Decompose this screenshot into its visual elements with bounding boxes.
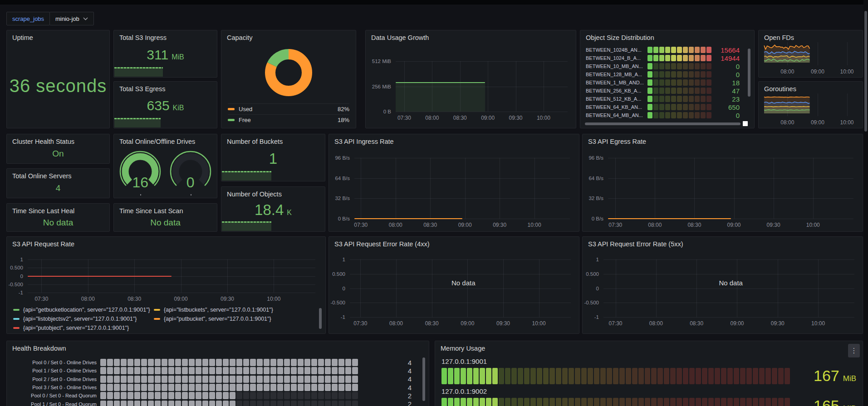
led-cell xyxy=(332,359,338,366)
led-cell xyxy=(706,112,711,118)
panel-title[interactable]: S3 API Egress Rate xyxy=(583,134,863,145)
led-cell xyxy=(182,367,188,374)
error-5xx-chart: 10.5000-0.500-107:3008:0008:3009:0009:30… xyxy=(587,250,857,331)
led-cell xyxy=(284,384,290,391)
page-scrollbar-track[interactable] xyxy=(863,0,868,406)
led-cell xyxy=(665,47,670,53)
object-size-scroll-handle[interactable] xyxy=(743,121,748,126)
health-breakdown-scrollbar[interactable] xyxy=(422,357,425,401)
table-row: BETWEEN_10_MB_AN...0 xyxy=(580,62,754,70)
chart-gridline-v xyxy=(655,158,655,219)
led-cell xyxy=(647,63,652,69)
panel-object-size-distribution: Object Size Distribution BETWEEN_1024B_A… xyxy=(580,30,755,128)
led-cell xyxy=(626,368,631,384)
row-value: 4 xyxy=(359,375,423,383)
led-cell xyxy=(659,112,664,118)
led-cell xyxy=(223,392,229,399)
led-cell xyxy=(155,384,161,391)
legend-item[interactable]: {api="listobjectsv2", server="127.0.0.1:… xyxy=(13,314,154,323)
led-cell xyxy=(677,88,682,94)
led-cell xyxy=(162,376,167,383)
gauge-tick xyxy=(191,194,191,196)
axis-x-label: 09:30 xyxy=(493,222,506,228)
legend-item[interactable]: {api="getbucketlocation", server="127.0.… xyxy=(13,305,154,314)
panel-title[interactable]: Time Since Last Heal xyxy=(7,204,109,215)
led-cell xyxy=(148,367,154,374)
panel-title[interactable]: Memory Usage xyxy=(435,341,863,352)
legend-scrollbar[interactable] xyxy=(319,308,322,329)
led-cell xyxy=(243,384,249,391)
led-cell xyxy=(543,368,549,384)
led-cell xyxy=(338,359,344,366)
health-breakdown-rows: Pool 0 / Set 0 - Online Drives4Pool 1 / … xyxy=(7,358,429,406)
panel-title[interactable]: Number of Objects xyxy=(221,187,325,198)
panel-title[interactable]: Total Online Servers xyxy=(7,169,109,180)
led-cell xyxy=(304,392,310,399)
led-cell xyxy=(270,392,276,399)
panel-title[interactable]: Goroutines xyxy=(759,82,863,93)
panel-title[interactable]: Total S3 Ingress xyxy=(114,30,217,41)
panel-cluster-health-status: Cluster Health Status On xyxy=(6,134,110,164)
panel-title[interactable]: Open FDs xyxy=(759,30,863,41)
led-cell xyxy=(338,367,344,374)
led-cell xyxy=(626,398,631,406)
panel-title[interactable]: Total S3 Egress xyxy=(114,82,217,93)
row-label: Pool 0 / Set 0 - Online Drives xyxy=(12,360,100,365)
axis-x-label: 10:00 xyxy=(528,222,541,228)
row-value: 14944 xyxy=(715,54,749,62)
object-size-horizontal-scrollbar[interactable] xyxy=(585,122,740,125)
led-cell xyxy=(325,367,331,374)
axis-y-label: 0 xyxy=(596,286,603,291)
legend-item[interactable]: {api="putobject", server="127.0.0.1:9001… xyxy=(13,323,154,332)
gauge-offline: 0 xyxy=(167,150,214,196)
panel-title[interactable]: Object Size Distribution xyxy=(580,30,754,41)
variable-label-scrape-jobs[interactable]: scrape_jobs xyxy=(6,12,50,25)
panel-title[interactable]: S3 API Request Rate xyxy=(7,237,325,248)
axis-x-label: 07:30 xyxy=(353,320,367,327)
egress-rate-chart: 96 B/s64 B/s32 B/s0 B/s07:3008:0008:3009… xyxy=(587,148,857,229)
led-cell xyxy=(298,376,304,383)
legend-item-free[interactable]: Free 18% xyxy=(228,114,349,125)
row-label: BETWEEN_128_MB_A... xyxy=(586,72,644,77)
legend-item-used[interactable]: Used 82% xyxy=(228,103,349,114)
led-cell xyxy=(701,55,706,61)
led-cell xyxy=(155,367,161,374)
axis-x-label: 08:30 xyxy=(425,320,439,327)
panel-title[interactable]: Data Usage Growth xyxy=(366,30,576,41)
panel-title[interactable]: S3 API Request Error Rate (4xx) xyxy=(329,237,579,248)
panel-title[interactable]: Total Online/Offline Drives xyxy=(114,134,217,145)
legend-item[interactable]: {api="listbuckets", server="127.0.0.1:90… xyxy=(154,305,294,314)
panel-title[interactable]: Cluster Health Status xyxy=(7,134,109,145)
table-row: Pool 0 / Set 0 - Online Drives4 xyxy=(7,358,429,367)
led-gauge xyxy=(100,367,359,374)
panel-title[interactable]: Capacity xyxy=(221,30,356,41)
led-cell xyxy=(345,367,351,374)
egress-value: 635 xyxy=(147,98,170,113)
variable-picker-minio-job[interactable]: minio-job xyxy=(49,12,94,25)
legend-item[interactable]: {api="putbucket", server="127.0.0.1:9001… xyxy=(154,314,294,323)
panel-title[interactable]: S3 API Ingress Rate xyxy=(329,134,579,145)
led-cell xyxy=(638,368,644,384)
page-scrollbar-thumb[interactable] xyxy=(864,11,867,132)
panel-title[interactable]: Time Since Last Scan xyxy=(114,204,217,215)
led-cell xyxy=(304,376,310,383)
panel-data-usage-growth: Data Usage Growth 512 MiB256 MiB0 B07:30… xyxy=(365,30,576,128)
led-cell xyxy=(128,367,133,374)
request-rate-legend: {api="getbucketlocation", server="127.0.… xyxy=(13,305,318,332)
panel-title[interactable]: S3 API Request Error Rate (5xx) xyxy=(583,237,863,248)
legend-series-label: {api="putobject", server="127.0.0.1:9001… xyxy=(23,325,129,331)
object-size-vertical-scrollbar[interactable] xyxy=(748,49,750,97)
panel-title[interactable]: Number of Buckets xyxy=(221,134,325,145)
panel-title[interactable]: Health Breakdown xyxy=(7,341,429,352)
led-cell xyxy=(653,79,658,86)
led-gauge xyxy=(647,104,711,110)
panel-title[interactable]: Uptime xyxy=(7,30,109,41)
led-cell xyxy=(659,71,664,78)
chart-gridline-v xyxy=(778,259,778,317)
led-cell xyxy=(740,368,745,384)
led-cell xyxy=(671,96,676,102)
led-cell xyxy=(594,368,599,384)
chart-gridline-v xyxy=(430,158,431,219)
led-cell xyxy=(114,367,120,374)
led-cell xyxy=(100,367,106,374)
